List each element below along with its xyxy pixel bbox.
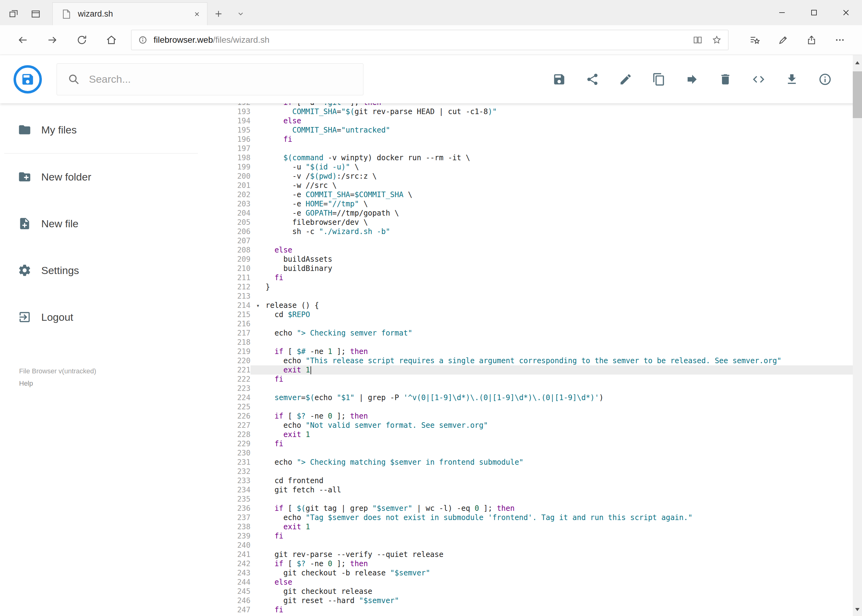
code-line[interactable]: 211 fi bbox=[220, 273, 862, 282]
more-options-button[interactable] bbox=[826, 28, 854, 52]
code-line-text[interactable]: echo "Tag $semver does not exist in subm… bbox=[251, 513, 862, 522]
raw-code-button[interactable] bbox=[752, 72, 765, 86]
sidebar-item-logout[interactable]: Logout bbox=[0, 294, 220, 341]
code-line[interactable]: 207 bbox=[220, 236, 862, 245]
code-line[interactable]: 227 echo "Not valid semver format. See s… bbox=[220, 421, 862, 430]
code-line[interactable]: 222 fi bbox=[220, 375, 862, 384]
code-line[interactable]: 206 sh -c "./wizard.sh -b" bbox=[220, 227, 862, 236]
close-button[interactable] bbox=[830, 0, 862, 25]
code-line-text[interactable]: if [ $(git tag | grep "$semver" | wc -l)… bbox=[251, 504, 862, 513]
info-button[interactable] bbox=[818, 72, 832, 86]
code-line[interactable]: 229 fi bbox=[220, 439, 862, 448]
new-tab-button[interactable] bbox=[207, 2, 230, 25]
code-line-text[interactable]: release () { bbox=[251, 301, 862, 310]
code-line[interactable]: 235 bbox=[220, 495, 862, 504]
help-link[interactable]: Help bbox=[19, 380, 220, 388]
code-line[interactable]: 218 bbox=[220, 338, 862, 347]
code-line-text[interactable]: exit 1 bbox=[251, 430, 862, 439]
code-line-text[interactable] bbox=[251, 541, 862, 550]
vertical-scrollbar[interactable] bbox=[853, 55, 862, 616]
page-info-icon[interactable] bbox=[137, 35, 148, 45]
code-line-text[interactable]: echo "This release script requires a sin… bbox=[251, 356, 862, 365]
scroll-down-arrow-icon[interactable] bbox=[853, 605, 862, 614]
code-line[interactable]: 237 echo "Tag $semver does not exist in … bbox=[220, 513, 862, 522]
minimize-button[interactable] bbox=[766, 0, 798, 25]
address-bar[interactable]: filebrowser.web/files/wizard.sh bbox=[131, 30, 728, 50]
code-line[interactable]: 243 git checkout -b release "$semver" bbox=[220, 568, 862, 578]
code-line[interactable]: 210 buildBinary bbox=[220, 264, 862, 273]
code-line[interactable]: 239 fi bbox=[220, 531, 862, 541]
code-line[interactable]: 199 -u "$(id -u)" \ bbox=[220, 162, 862, 171]
favorite-star-icon[interactable] bbox=[712, 35, 722, 45]
code-line[interactable]: 245 git checkout release bbox=[220, 587, 862, 596]
download-button[interactable] bbox=[785, 72, 799, 86]
code-line-text[interactable] bbox=[251, 236, 862, 245]
code-line[interactable]: 202 -e COMMIT_SHA=$COMMIT_SHA \ bbox=[220, 190, 862, 199]
code-line-text[interactable]: if [ $? -ne 0 ]; then bbox=[251, 559, 862, 568]
code-line[interactable]: 234 git fetch --all bbox=[220, 485, 862, 495]
hub-favorites-button[interactable] bbox=[741, 28, 769, 52]
code-line[interactable]: 228 exit 1 bbox=[220, 430, 862, 439]
tab-preview-button[interactable] bbox=[2, 2, 25, 25]
code-line[interactable]: 204 -e GOPATH=//tmp/gopath \ bbox=[220, 209, 862, 218]
scroll-up-arrow-icon[interactable] bbox=[853, 58, 862, 68]
code-line[interactable]: 212} bbox=[220, 282, 862, 292]
fold-arrow-icon[interactable]: ▾ bbox=[256, 301, 260, 310]
windows-ink-button[interactable] bbox=[769, 28, 797, 52]
code-line-text[interactable]: cd $REPO bbox=[251, 310, 862, 319]
code-line-text[interactable]: -e COMMIT_SHA=$COMMIT_SHA \ bbox=[251, 190, 862, 199]
forward-button[interactable] bbox=[38, 28, 67, 52]
back-button[interactable] bbox=[8, 28, 38, 52]
code-line[interactable]: 203 -e HOME="//tmp" \ bbox=[220, 199, 862, 209]
code-line-text[interactable]: exit 1 bbox=[251, 522, 862, 531]
code-line[interactable]: 220 echo "This release script requires a… bbox=[220, 356, 862, 365]
code-line-text[interactable]: git fetch --all bbox=[251, 485, 862, 495]
code-line-text[interactable]: $(command -v winpty) docker run --rm -it… bbox=[251, 153, 862, 162]
code-line[interactable]: 192 if [ -d ".git" ]; then bbox=[220, 103, 862, 107]
code-line-text[interactable] bbox=[251, 144, 862, 153]
code-line-text[interactable]: fi bbox=[251, 531, 862, 541]
code-line-text[interactable] bbox=[251, 384, 862, 393]
tab-list-button[interactable] bbox=[230, 2, 252, 25]
code-editor[interactable]: 192 if [ -d ".git" ]; then193 COMMIT_SHA… bbox=[220, 103, 862, 616]
code-line[interactable]: 219 if [ $# -ne 1 ]; then bbox=[220, 347, 862, 356]
code-line-text[interactable]: echo "Not valid semver format. See semve… bbox=[251, 421, 862, 430]
code-line-text[interactable]: } bbox=[251, 282, 862, 292]
code-line-text[interactable]: exit 1 bbox=[251, 365, 862, 375]
code-line-text[interactable]: sh -c "./wizard.sh -b" bbox=[251, 227, 862, 236]
code-line[interactable]: 240 bbox=[220, 541, 862, 550]
code-line-text[interactable]: if [ $# -ne 1 ]; then bbox=[251, 347, 862, 356]
code-line-text[interactable]: else bbox=[251, 245, 862, 255]
code-line-text[interactable]: buildAssets bbox=[251, 255, 862, 264]
code-line-text[interactable]: semver=$(echo "$1" | grep -P '^v(0|[1-9]… bbox=[251, 393, 862, 402]
sidebar-item-new-file[interactable]: New file bbox=[0, 200, 220, 247]
code-line-text[interactable] bbox=[251, 467, 862, 476]
code-line-text[interactable]: else bbox=[251, 116, 862, 126]
delete-button[interactable] bbox=[719, 72, 732, 86]
code-line-text[interactable]: fi bbox=[251, 375, 862, 384]
code-line[interactable]: 208 else bbox=[220, 245, 862, 255]
code-line-text[interactable] bbox=[251, 495, 862, 504]
code-line-text[interactable] bbox=[251, 292, 862, 301]
code-line[interactable]: 241 git rev-parse --verify --quiet relea… bbox=[220, 550, 862, 559]
code-line-text[interactable] bbox=[251, 338, 862, 347]
code-line[interactable]: 226 if [ $? -ne 0 ]; then bbox=[220, 412, 862, 421]
scrollbar-thumb[interactable] bbox=[853, 71, 862, 118]
code-line[interactable]: 238 exit 1 bbox=[220, 522, 862, 531]
code-line-text[interactable]: git rev-parse --verify --quiet release bbox=[251, 550, 862, 559]
code-line[interactable]: 223 bbox=[220, 384, 862, 393]
copy-button[interactable] bbox=[652, 72, 666, 86]
code-line[interactable]: 195 COMMIT_SHA="untracked" bbox=[220, 126, 862, 135]
code-line-text[interactable]: git checkout -b release "$semver" bbox=[251, 568, 862, 578]
share-button[interactable] bbox=[797, 28, 826, 52]
code-line[interactable]: 213 bbox=[220, 292, 862, 301]
code-line-text[interactable]: -v /$(pwd):/src:z \ bbox=[251, 171, 862, 181]
sidebar-item-settings[interactable]: Settings bbox=[0, 247, 220, 294]
code-line[interactable]: 214▾release () { bbox=[220, 301, 862, 310]
code-line-text[interactable]: -e GOPATH=//tmp/gopath \ bbox=[251, 209, 862, 218]
code-line[interactable]: 225 bbox=[220, 402, 862, 412]
file-browser-logo[interactable] bbox=[14, 65, 42, 93]
code-line-text[interactable]: -w //src \ bbox=[251, 181, 862, 190]
code-line-text[interactable]: git checkout release bbox=[251, 587, 862, 596]
code-line[interactable]: 197 bbox=[220, 144, 862, 153]
